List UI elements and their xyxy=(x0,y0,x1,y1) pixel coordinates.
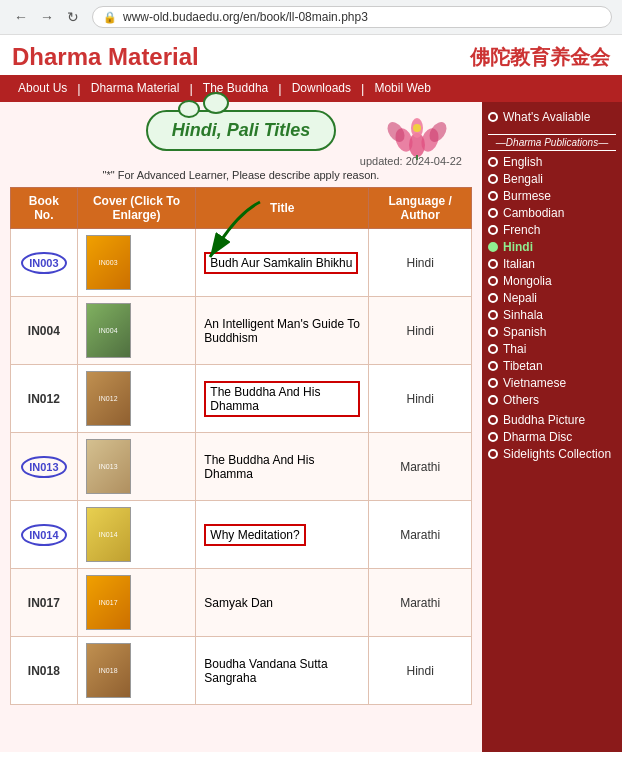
book-title[interactable]: Samyak Dan xyxy=(196,569,369,637)
cover-cell[interactable]: IN017 xyxy=(77,569,196,637)
chinese-logo: 佛陀教育养金会 xyxy=(470,44,610,71)
cover-cell[interactable]: IN004 xyxy=(77,297,196,365)
nav-dharma[interactable]: Dharma Material xyxy=(83,79,188,98)
language-cell: Marathi xyxy=(369,433,472,501)
sidebar-lang-label: Thai xyxy=(503,342,526,356)
sidebar-lang-french[interactable]: French xyxy=(488,223,616,237)
book-title[interactable]: An Intelligent Man's Guide To Buddhism xyxy=(196,297,369,365)
sidebar: What's Avaliable —Dharma Publications— E… xyxy=(482,102,622,752)
sidebar-lang-label: Hindi xyxy=(503,240,533,254)
sidebar-whats-available: What's Avaliable xyxy=(488,110,616,124)
book-title: Budh Aur Samkalin Bhikhu xyxy=(204,252,358,274)
sidebar-lang-label: Nepali xyxy=(503,291,537,305)
refresh-button[interactable]: ↻ xyxy=(62,6,84,28)
sidebar-lang-thai[interactable]: Thai xyxy=(488,342,616,356)
language-cell: Marathi xyxy=(369,501,472,569)
sidebar-lang-label: Burmese xyxy=(503,189,551,203)
sidebar-lang-tibetan[interactable]: Tibetan xyxy=(488,359,616,373)
book-no-cell: IN003 xyxy=(11,229,78,297)
sidebar-lang-label: Vietnamese xyxy=(503,376,566,390)
content-wrapper: Hindi, Pali Titles xyxy=(0,102,622,752)
cover-image: IN017 xyxy=(86,575,131,630)
radio-circle xyxy=(488,378,498,388)
radio-circle xyxy=(488,208,498,218)
sidebar-lang-english[interactable]: English xyxy=(488,155,616,169)
sidebar-extra-dharma-disc[interactable]: Dharma Disc xyxy=(488,430,616,444)
radio-circle xyxy=(488,225,498,235)
radio-circle xyxy=(488,276,498,286)
table-row: IN004IN004An Intelligent Man's Guide To … xyxy=(11,297,472,365)
book-no-cell: IN013 xyxy=(11,433,78,501)
cover-cell[interactable]: IN003 xyxy=(77,229,196,297)
nav-about[interactable]: About Us xyxy=(10,79,75,98)
book-no-cell: IN018 xyxy=(11,637,78,705)
title-cell[interactable]: Budh Aur Samkalin Bhikhu xyxy=(196,229,369,297)
title-cell[interactable]: The Buddha And His Dhamma xyxy=(196,365,369,433)
sidebar-lang-italian[interactable]: Italian xyxy=(488,257,616,271)
sidebar-extra-links: Buddha PictureDharma Disc Sidelights Col… xyxy=(488,413,616,461)
sidebar-extra-buddha-picture[interactable]: Buddha Picture xyxy=(488,413,616,427)
sidebar-sidelights[interactable]: Sidelights Collection xyxy=(488,447,616,461)
page-wrapper: Dharma Material 佛陀教育养金会 About Us | Dharm… xyxy=(0,35,622,752)
radio-circle-extra xyxy=(488,415,498,425)
sidebar-lang-label: Mongolia xyxy=(503,274,552,288)
sidebar-lang-mongolia[interactable]: Mongolia xyxy=(488,274,616,288)
sidebar-lang-nepali[interactable]: Nepali xyxy=(488,291,616,305)
language-cell: Hindi xyxy=(369,365,472,433)
book-no-cell: IN017 xyxy=(11,569,78,637)
cover-cell[interactable]: IN018 xyxy=(77,637,196,705)
site-title: Dharma Material xyxy=(12,43,199,71)
back-button[interactable]: ← xyxy=(10,6,32,28)
sidebar-lang-cambodian[interactable]: Cambodian xyxy=(488,206,616,220)
radio-circle xyxy=(488,327,498,337)
sidebar-lang-hindi[interactable]: Hindi xyxy=(488,240,616,254)
book-title: Why Meditation? xyxy=(204,524,305,546)
table-row: IN013IN013The Buddha And His DhammaMarat… xyxy=(11,433,472,501)
col-header-cover: Cover (Click To Enlarge) xyxy=(77,188,196,229)
radio-circle-extra xyxy=(488,432,498,442)
sidebar-lang-others[interactable]: Others xyxy=(488,393,616,407)
svg-point-6 xyxy=(413,124,421,132)
book-title[interactable]: The Buddha And His Dhamma xyxy=(196,433,369,501)
table-row: IN012IN012The Buddha And His DhammaHindi xyxy=(11,365,472,433)
nav-buttons: ← → ↻ xyxy=(10,6,84,28)
radio-circle xyxy=(488,361,498,371)
sidebar-lang-sinhala[interactable]: Sinhala xyxy=(488,308,616,322)
language-cell: Hindi xyxy=(369,229,472,297)
book-no-cell: IN004 xyxy=(11,297,78,365)
radio-circle xyxy=(488,174,498,184)
sidebar-lang-bengali[interactable]: Bengali xyxy=(488,172,616,186)
nav-downloads[interactable]: Downloads xyxy=(284,79,359,98)
sidebar-lang-spanish[interactable]: Spanish xyxy=(488,325,616,339)
book-title[interactable]: Boudha Vandana Sutta Sangraha xyxy=(196,637,369,705)
nav-mobil[interactable]: Mobil Web xyxy=(366,79,438,98)
cover-cell[interactable]: IN013 xyxy=(77,433,196,501)
url-text: www-old.budaedu.org/en/book/ll-08main.ph… xyxy=(123,10,368,24)
cover-cell[interactable]: IN014 xyxy=(77,501,196,569)
sidebar-lang-burmese[interactable]: Burmese xyxy=(488,189,616,203)
book-no-circled[interactable]: IN003 xyxy=(21,252,66,274)
sidebar-lang-label: Cambodian xyxy=(503,206,564,220)
book-no-circled[interactable]: IN014 xyxy=(21,524,66,546)
radio-circle xyxy=(488,191,498,201)
cover-cell[interactable]: IN012 xyxy=(77,365,196,433)
sidebar-lang-label: Spanish xyxy=(503,325,546,339)
language-cell: Hindi xyxy=(369,637,472,705)
book-no-circled[interactable]: IN013 xyxy=(21,456,66,478)
forward-button[interactable]: → xyxy=(36,6,58,28)
col-header-title: Title xyxy=(196,188,369,229)
address-bar[interactable]: 🔒 www-old.budaedu.org/en/book/ll-08main.… xyxy=(92,6,612,28)
sidebar-lang-label: Tibetan xyxy=(503,359,543,373)
language-list: EnglishBengaliBurmeseCambodianFrenchHind… xyxy=(488,155,616,407)
sidebar-lang-vietnamese[interactable]: Vietnamese xyxy=(488,376,616,390)
title-cell[interactable]: Why Meditation? xyxy=(196,501,369,569)
browser-bar: ← → ↻ 🔒 www-old.budaedu.org/en/book/ll-0… xyxy=(0,0,622,35)
sidebar-whats-available-item[interactable]: What's Avaliable xyxy=(488,110,616,124)
sidebar-whats-label: What's Avaliable xyxy=(503,110,590,124)
language-cell: Marathi xyxy=(369,569,472,637)
radio-circle xyxy=(488,242,498,252)
radio-circle xyxy=(488,395,498,405)
cover-image: IN013 xyxy=(86,439,131,494)
table-row: IN017IN017Samyak DanMarathi xyxy=(11,569,472,637)
sidebar-sidelights-label: Sidelights Collection xyxy=(503,447,611,461)
